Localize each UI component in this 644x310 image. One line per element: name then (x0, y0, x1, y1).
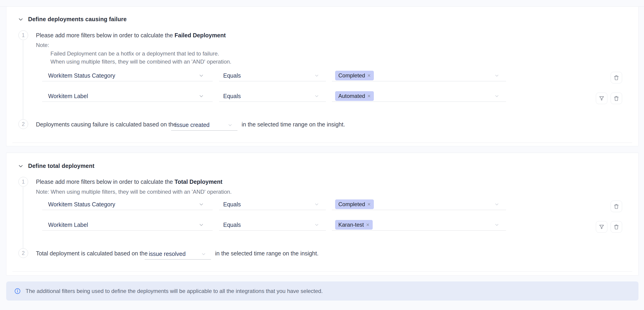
field-select[interactable]: Workitem Status Category (42, 70, 212, 81)
card-divider (12, 142, 632, 143)
step-connector-line (23, 40, 23, 119)
tag-close-icon[interactable]: × (367, 93, 370, 99)
value-tag-label: Completed (338, 72, 365, 79)
trash-icon (613, 74, 619, 80)
funnel-icon (599, 224, 604, 230)
section-title: Define total deployment (28, 162, 94, 169)
note-line-1: Failed Deployment can be a hotfix or a d… (50, 50, 219, 57)
operator-select[interactable]: Equals (219, 90, 326, 102)
section-header: Define deployments causing failure (18, 16, 127, 22)
tag-close-icon[interactable]: × (366, 222, 370, 228)
trash-icon (613, 224, 619, 230)
chevron-down-icon (201, 252, 206, 256)
value-tag-label: Automated (338, 93, 365, 99)
value-tag: Karan-test × (335, 220, 373, 230)
event-type-select[interactable]: issue created (171, 120, 238, 130)
tag-close-icon[interactable]: × (367, 202, 370, 207)
trash-icon (613, 203, 619, 209)
step1-instruction-prefix: Please add more filters below in order t… (36, 178, 174, 185)
info-banner-text: The additional filters being used to def… (26, 288, 323, 294)
chevron-down-icon (199, 94, 204, 98)
values-select[interactable]: Completed × (332, 70, 506, 81)
section-title: Define deployments causing failure (28, 16, 127, 22)
step1-instruction-bold: Failed Deployment (174, 32, 226, 38)
add-filter-button[interactable] (596, 92, 608, 104)
field-select-value: Workitem Label (48, 222, 88, 228)
values-select[interactable]: Karan-test × (332, 219, 506, 230)
step-number-badge: 1 (18, 30, 28, 40)
chevron-down-icon (199, 222, 204, 227)
card-divider (12, 271, 632, 272)
delete-filter-button[interactable] (610, 221, 622, 232)
value-tag-label: Completed (338, 201, 365, 208)
value-tag: Completed × (335, 71, 374, 80)
field-select[interactable]: Workitem Label (42, 219, 212, 230)
step2-text-prefix: Deployments causing failure is calculate… (36, 121, 176, 128)
field-select-value: Workitem Label (48, 93, 88, 100)
event-type-select-value: issue resolved (149, 250, 186, 257)
chevron-down-icon (199, 202, 204, 207)
info-icon (14, 288, 21, 294)
value-tag: Automated × (335, 91, 374, 101)
step2-text-suffix: in the selected time range on the insigh… (215, 250, 318, 257)
chevron-down-icon (494, 202, 499, 206)
funnel-icon (599, 95, 604, 101)
step1-instruction: Please add more filters below in order t… (36, 32, 226, 39)
collapse-chevron-icon[interactable] (18, 163, 24, 169)
step-connector-line (23, 187, 23, 248)
trash-icon (613, 95, 619, 101)
step-number-badge: 2 (18, 248, 28, 258)
delete-filter-button[interactable] (610, 72, 622, 83)
operator-select-value: Equals (223, 93, 241, 100)
values-select[interactable]: Automated × (332, 90, 506, 102)
operator-select[interactable]: Equals (219, 70, 326, 81)
note-line: Note: When using multiple filters, they … (36, 189, 232, 195)
section-card-total-deployment: Define total deployment 1 Please add mor… (6, 153, 638, 276)
note-line-2: When using multiple filters, they will b… (50, 58, 232, 65)
operator-select-value: Equals (223, 72, 241, 79)
delete-filter-button[interactable] (610, 200, 622, 212)
chevron-down-icon (314, 222, 319, 227)
operator-select[interactable]: Equals (219, 219, 326, 230)
operator-select-value: Equals (223, 222, 241, 228)
values-select[interactable]: Completed × (332, 199, 506, 210)
operator-select-value: Equals (223, 201, 241, 208)
chevron-down-icon (228, 123, 232, 127)
section-card-failed-deployments: Define deployments causing failure 1 Ple… (6, 6, 638, 146)
tag-close-icon[interactable]: × (367, 73, 370, 78)
step-number-badge: 1 (18, 177, 28, 186)
delete-filter-button[interactable] (610, 92, 622, 104)
field-select-value: Workitem Status Category (48, 201, 115, 208)
info-banner: The additional filters being used to def… (6, 282, 638, 300)
step1-instruction-bold: Total Deployment (174, 178, 222, 185)
chevron-down-icon (494, 94, 499, 98)
field-select[interactable]: Workitem Label (42, 90, 212, 102)
chevron-down-icon (314, 202, 319, 206)
step2-text-prefix: Total deployment is calculated based on … (36, 250, 148, 257)
note-label: Note: (36, 42, 49, 48)
operator-select[interactable]: Equals (219, 199, 326, 210)
section-header: Define total deployment (18, 162, 94, 169)
chevron-down-icon (314, 73, 319, 78)
step1-instruction-prefix: Please add more filters below in order t… (36, 32, 174, 38)
event-type-select[interactable]: issue resolved (145, 248, 211, 260)
step1-instruction: Please add more filters below in order t… (36, 178, 222, 185)
chevron-down-icon (494, 222, 499, 227)
value-tag-label: Karan-test (338, 222, 364, 228)
add-filter-button[interactable] (596, 221, 608, 232)
chevron-down-icon (199, 73, 204, 78)
field-select[interactable]: Workitem Status Category (42, 199, 212, 210)
field-select-value: Workitem Status Category (48, 72, 115, 79)
chevron-down-icon (494, 73, 499, 78)
step2-text-suffix: in the selected time range on the insigh… (242, 121, 345, 128)
chevron-down-icon (314, 94, 319, 98)
event-type-select-value: issue created (175, 122, 210, 128)
value-tag: Completed × (335, 200, 374, 209)
step-number-badge: 2 (18, 119, 28, 129)
collapse-chevron-icon[interactable] (18, 16, 24, 22)
